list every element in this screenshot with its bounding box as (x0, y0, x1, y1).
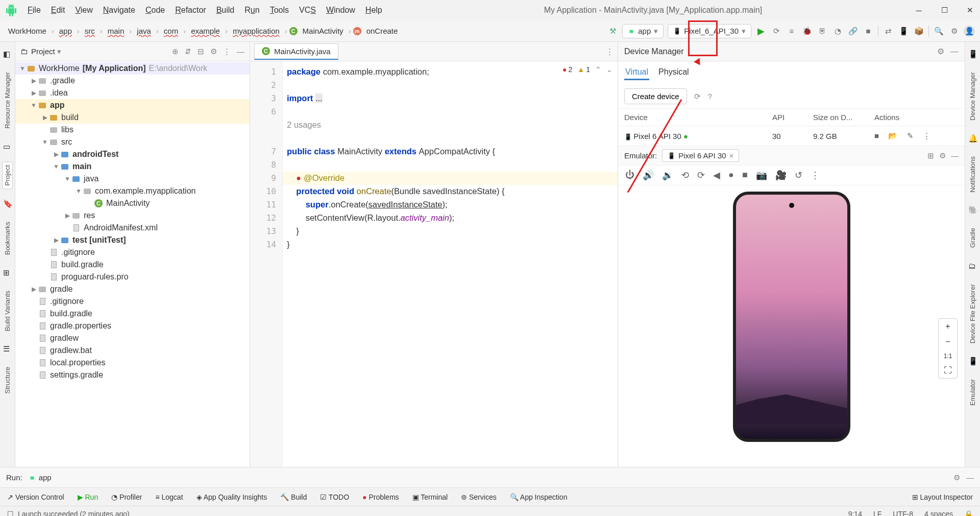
code-area[interactable]: package com.example.myapplication; impor… (283, 61, 618, 467)
run-settings-icon[interactable]: ⚙ (953, 473, 960, 482)
tool-bookmarks[interactable]: Bookmarks (3, 219, 12, 258)
menu-help[interactable]: Help (365, 6, 382, 15)
emu-more-icon[interactable]: ⋮ (811, 170, 820, 181)
dm-tab-virtual[interactable]: Virtual (624, 65, 649, 80)
bc-4[interactable]: java (134, 26, 154, 36)
bc-2[interactable]: src (82, 26, 98, 36)
editor-inspection-widget[interactable]: ●2 ▲1 ⌃ ⌄ (562, 65, 612, 74)
editor-body[interactable]: 12367891011121314 package com.example.my… (250, 61, 618, 467)
bt-logcat[interactable]: ≡ Logcat (155, 493, 183, 501)
bt-inspection[interactable]: 🔍 App Inspection (510, 493, 568, 501)
panel-hide-icon[interactable]: — (237, 47, 244, 56)
bt-todo[interactable]: ☑ TODO (320, 493, 349, 501)
overview-icon[interactable]: ■ (742, 170, 748, 181)
bt-problems[interactable]: ● Problems (362, 493, 399, 501)
status-position[interactable]: 9:14 (848, 510, 862, 517)
tree-item[interactable]: settings.gradle (15, 369, 250, 381)
hammer-icon[interactable]: ⚒ (607, 26, 618, 37)
tool-device-manager[interactable]: Device Manager (968, 69, 977, 124)
run-config-selector[interactable]: app ▾ (622, 24, 664, 38)
menu-run[interactable]: Run (244, 6, 259, 15)
zoom-fit-btn[interactable]: ⛶ (941, 363, 955, 378)
zoom-out-btn[interactable]: − (942, 334, 953, 349)
bt-build[interactable]: 🔨 Build (280, 493, 307, 501)
variants-icon[interactable]: ⊞ (3, 268, 12, 277)
tree-item[interactable]: ▶test [unitTest] (15, 234, 250, 246)
emulator-settings-icon[interactable]: ⚙ (939, 151, 946, 160)
bc-3[interactable]: main (105, 26, 128, 36)
tree-item[interactable]: .gitignore (15, 246, 250, 259)
bt-layout-inspector[interactable]: ⊞ Layout Inspector (912, 493, 973, 501)
dm-hide-icon[interactable]: — (950, 47, 959, 56)
structure-icon[interactable]: ☰ (3, 344, 12, 354)
expand-icon[interactable]: ⇵ (185, 47, 191, 56)
tree-item[interactable]: ▶.gradle (15, 75, 250, 87)
col-actions[interactable]: Actions (874, 113, 959, 122)
sync-icon[interactable]: ⇄ (883, 26, 894, 37)
project-viewmode[interactable]: Project (31, 47, 55, 56)
col-api[interactable]: API (772, 113, 813, 122)
toolbar-icon-1[interactable]: ≡ (786, 26, 797, 37)
tree-item[interactable]: build.gradle (15, 308, 250, 320)
editor-tabs-more-icon[interactable]: ⋮ (606, 47, 614, 56)
phone-frame[interactable] (733, 192, 850, 442)
snapshots-icon[interactable]: ↺ (795, 170, 802, 181)
resource-mgr-icon[interactable]: ◧ (3, 50, 12, 59)
menu-window[interactable]: Window (326, 6, 355, 15)
tree-item[interactable]: ▶.idea (15, 87, 250, 99)
rotate-left-icon[interactable]: ⟲ (681, 170, 689, 181)
power-icon[interactable]: ⏻ (625, 170, 634, 181)
tool-build-variants[interactable]: Build Variants (3, 288, 12, 334)
bt-run[interactable]: ▶ Run (78, 493, 99, 501)
bc-9[interactable]: onCreate (363, 26, 401, 36)
project-tree[interactable]: ▼ WorkHome [My Application] E:\andorid\W… (15, 61, 250, 467)
emu-gutter-icon[interactable]: 📱 (968, 357, 977, 366)
project-tool-icon[interactable]: ▭ (3, 142, 12, 151)
profiler-icon[interactable]: ◔ (832, 26, 843, 37)
tree-item[interactable]: build.gradle (15, 259, 250, 271)
col-size[interactable]: Size on D... (813, 113, 874, 122)
bc-5[interactable]: com (161, 26, 181, 36)
bc-7[interactable]: myapplication (230, 26, 283, 36)
tool-notifications[interactable]: Notifications (968, 153, 977, 196)
run-button[interactable]: ▶ (755, 26, 767, 37)
tool-device-file-explorer[interactable]: Device File Explorer (968, 281, 977, 346)
create-device-btn[interactable]: Create device (624, 88, 687, 104)
tree-item[interactable]: gradlew.bat (15, 344, 250, 357)
tree-item[interactable]: .gitignore (15, 295, 250, 308)
bt-profiler[interactable]: ◔ Profiler (111, 493, 142, 501)
user-icon[interactable]: 👤 (964, 26, 975, 37)
debug-icon[interactable]: 🐞 (801, 26, 813, 37)
tree-item[interactable]: ▶gradle (15, 283, 250, 295)
tree-item[interactable]: ▶androidTest (15, 148, 250, 160)
bt-aqi[interactable]: ◈ App Quality Insights (197, 493, 267, 501)
menu-code[interactable]: Code (145, 6, 165, 15)
dm-tab-physical[interactable]: Physical (657, 65, 690, 80)
locate-icon[interactable]: ⊕ (172, 47, 179, 56)
menu-navigate[interactable]: Navigate (103, 6, 135, 15)
refresh-icon[interactable]: ⟳ (694, 92, 701, 101)
tree-root[interactable]: ▼ WorkHome [My Application] E:\andorid\W… (15, 62, 250, 75)
tool-emulator[interactable]: Emulator (968, 376, 977, 409)
dm-settings-icon[interactable]: ⚙ (937, 46, 944, 56)
emulator-hide-icon[interactable]: — (951, 151, 959, 160)
tree-item[interactable]: proguard-rules.pro (15, 271, 250, 283)
notif-gutter-icon[interactable]: 🔔 (968, 134, 977, 143)
dfe-gutter-icon[interactable]: 🗂 (968, 262, 977, 271)
collapse-icon[interactable]: ⊟ (198, 47, 204, 56)
screenshot-icon[interactable]: 📷 (756, 170, 767, 181)
rotate-right-icon[interactable]: ⟳ (697, 170, 705, 181)
menu-tools[interactable]: Tools (270, 6, 289, 15)
tool-gradle[interactable]: Gradle (968, 225, 977, 251)
emulator-screen[interactable]: + − 1:1 ⛶ (618, 185, 965, 467)
tree-item[interactable]: ▼java (15, 173, 250, 185)
menu-file[interactable]: File (28, 6, 41, 15)
menu-edit[interactable]: Edit (51, 6, 65, 15)
tree-item[interactable]: ▼com.example.myapplication (15, 185, 250, 197)
menu-view[interactable]: View (75, 6, 92, 15)
device-selector[interactable]: 📱 Pixel_6_API_30 ▾ (668, 24, 751, 38)
col-device[interactable]: Device (624, 113, 772, 122)
bt-vcs[interactable]: ↗ Version Control (7, 493, 64, 501)
coverage-icon[interactable]: ⛨ (817, 26, 828, 37)
tool-project[interactable]: Project (2, 161, 13, 189)
